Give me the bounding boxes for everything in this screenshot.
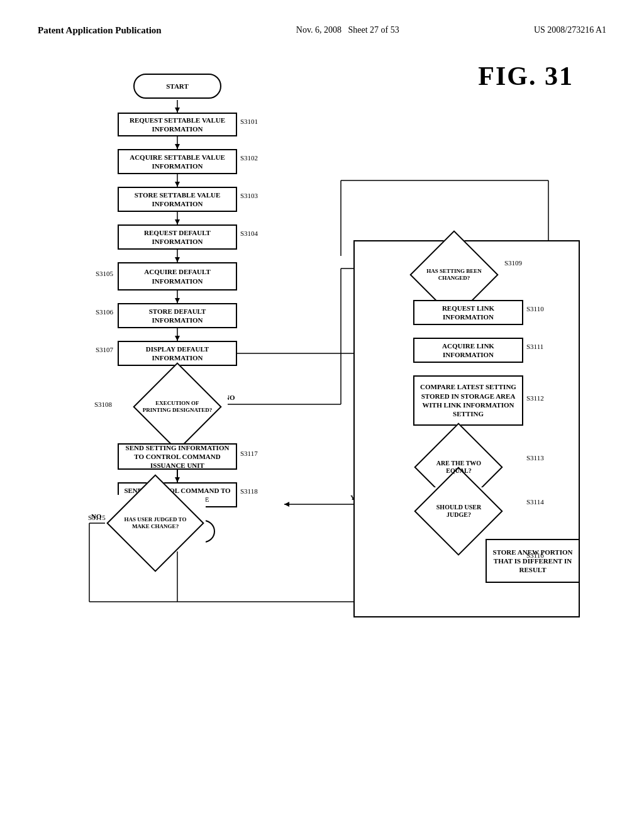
s3102-box: ACQUIRE SETTABLE VALUE INFORMATION (118, 149, 237, 174)
header-left: Patent Application Publication (38, 25, 162, 36)
s3112-box: COMPARE LATEST SETTING STORED IN STORAGE… (413, 375, 523, 426)
start-terminal: START (133, 74, 221, 99)
svg-marker-1 (175, 108, 180, 113)
header: Patent Application Publication Nov. 6, 2… (38, 25, 606, 36)
s3109-diamond: HAS SETTING BEEN CHANGED? (407, 250, 501, 300)
svg-marker-7 (175, 219, 180, 224)
svg-marker-11 (175, 298, 180, 303)
s3117-box: SEND SETTING INFORMATION TO CONTROL COMM… (118, 443, 237, 470)
s3106-label: S3106 (96, 308, 113, 316)
s3108-label: S3108 (94, 401, 112, 408)
diagram-area: FIG. 31 (52, 55, 592, 778)
s3106-box: STORE DEFAULT INFORMATION (118, 303, 237, 328)
s3117-label: S3117 (240, 450, 258, 457)
svg-marker-9 (175, 257, 180, 262)
s3102-label: S3102 (240, 154, 258, 162)
s3104-label: S3104 (240, 230, 258, 237)
s3107-label: S3107 (96, 346, 113, 353)
svg-marker-13 (175, 336, 180, 341)
s3115-label: S3115 (88, 514, 106, 521)
s3105-label: S3105 (96, 270, 113, 277)
s3111-label: S3111 (526, 343, 543, 350)
s3103-label: S3103 (240, 192, 258, 199)
s3115-diamond: HAS USER JUDGED TO MAKE CHANGE? (105, 495, 206, 551)
s3118-label: S3118 (240, 487, 258, 495)
s3110-box: REQUEST LINK INFORMATION (413, 300, 523, 325)
svg-marker-20 (175, 477, 180, 482)
s3103-box: STORE SETTABLE VALUE INFORMATION (118, 187, 237, 212)
s3110-label: S3110 (526, 305, 544, 313)
svg-marker-5 (175, 182, 180, 187)
fig-label: FIG. 31 (478, 61, 574, 91)
page: Patent Application Publication Nov. 6, 2… (0, 0, 644, 830)
s3112-label: S3112 (526, 394, 544, 402)
s3113-label: S3113 (526, 454, 544, 462)
svg-marker-51 (284, 502, 289, 507)
svg-marker-3 (175, 144, 180, 149)
s3109-label: S3109 (504, 259, 522, 267)
s3101-box: REQUEST SETTABLE VALUE INFORMATION (118, 113, 237, 136)
s3114-label: S3114 (526, 498, 544, 506)
s3105-box: ACQUIRE DEFAULT INFORMATION (118, 262, 237, 290)
s3116-box: STORE ANEW PORTION THAT IS DIFFERENT IN … (486, 539, 580, 583)
s3114-diamond: SHOULD USER JUDGE? (407, 487, 511, 534)
s3104-box: REQUEST DEFAULT INFORMATION (118, 224, 237, 250)
s3101-label: S3101 (240, 118, 258, 125)
s3108-diamond: EXECUTION OF PRINTING DESIGNATED? (127, 382, 228, 432)
s3116-label: S3116 (526, 551, 544, 559)
header-right: US 2008/273216 A1 (534, 25, 606, 35)
s3111-box: ACQUIRE LINK INFORMATION (413, 338, 523, 363)
header-center: Nov. 6, 2008 Sheet 27 of 53 (296, 25, 399, 35)
